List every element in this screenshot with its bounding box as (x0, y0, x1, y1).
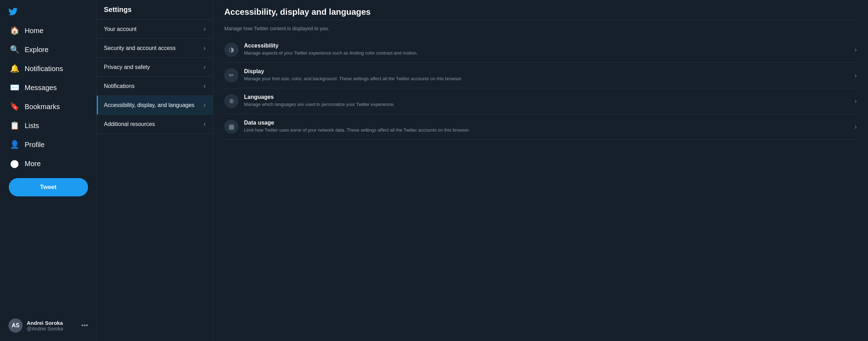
settings-item-security-account-access[interactable]: Security and account access › (97, 39, 213, 58)
sidebar-item-messages[interactable]: ✉️ Messages (4, 79, 92, 96)
settings-panel: Settings Your account › Security and acc… (97, 0, 213, 341)
explore-icon: 🔍 (10, 45, 19, 54)
content-item-languages[interactable]: ⊕ Languages Manage which languages are u… (224, 88, 857, 114)
sidebar-item-label: Profile (25, 141, 45, 149)
languages-icon: ⊕ (224, 94, 238, 108)
more-options-icon: ••• (81, 322, 88, 329)
content-item-desc: Manage which languages are used to perso… (244, 101, 849, 108)
settings-items-container: Your account › Security and account acce… (97, 20, 213, 134)
content-subtitle: Manage how Twitter content is displayed … (224, 21, 857, 37)
settings-header: Settings (97, 0, 213, 20)
sidebar-item-label: Lists (25, 122, 39, 130)
notifications-icon: 🔔 (10, 64, 19, 73)
profile-icon: 👤 (10, 140, 19, 149)
content-item-chevron-icon: › (855, 46, 857, 53)
display-icon: ✏ (224, 68, 238, 82)
user-info: Andrei Soroka @Andrei Soroka (27, 320, 77, 331)
messages-icon: ✉️ (10, 83, 19, 92)
sidebar-item-label: Explore (25, 46, 49, 54)
sidebar: 🏠 Home 🔍 Explore 🔔 Notifications ✉️ Mess… (0, 0, 97, 341)
sidebar-item-profile[interactable]: 👤 Profile (4, 136, 92, 153)
sidebar-item-explore[interactable]: 🔍 Explore (4, 41, 92, 58)
nav-items-container: 🏠 Home 🔍 Explore 🔔 Notifications ✉️ Mess… (4, 22, 92, 174)
content-item-title: Data usage (244, 120, 849, 126)
settings-item-label: Notifications (104, 83, 135, 89)
sidebar-item-label: Notifications (25, 65, 63, 73)
chevron-right-icon: › (204, 44, 206, 52)
more-icon: ⬤ (10, 159, 19, 168)
content-item-text: Accessibility Manage aspects of your Twi… (244, 43, 849, 56)
settings-item-label: Security and account access (104, 45, 176, 51)
content-item-desc: Manage your font size, color, and backgr… (244, 76, 849, 82)
settings-item-label: Additional resources (104, 121, 155, 127)
content-item-text: Languages Manage which languages are use… (244, 94, 849, 108)
content-item-text: Data usage Limit how Twitter uses some o… (244, 120, 849, 133)
sidebar-item-label: Messages (25, 84, 57, 92)
sidebar-item-label: Home (25, 27, 43, 35)
home-icon: 🏠 (10, 26, 19, 35)
settings-item-label: Privacy and safety (104, 64, 150, 70)
content-title: Accessibility, display and languages (224, 0, 857, 20)
settings-item-additional-resources[interactable]: Additional resources › (97, 115, 213, 134)
twitter-logo[interactable] (4, 3, 22, 20)
content-item-title: Accessibility (244, 43, 849, 49)
settings-item-privacy-safety[interactable]: Privacy and safety › (97, 58, 213, 77)
content-item-display[interactable]: ✏ Display Manage your font size, color, … (224, 63, 857, 88)
chevron-right-icon: › (204, 101, 206, 109)
chevron-right-icon: › (204, 120, 206, 128)
settings-item-accessibility-display-languages[interactable]: Accessibility, display, and languages › (97, 96, 213, 115)
content-item-data-usage[interactable]: ▦ Data usage Limit how Twitter uses some… (224, 114, 857, 140)
content-item-accessibility[interactable]: ◑ Accessibility Manage aspects of your T… (224, 37, 857, 63)
lists-icon: 📋 (10, 121, 19, 130)
content-item-chevron-icon: › (855, 123, 857, 131)
settings-item-label: Your account (104, 26, 137, 32)
content-item-text: Display Manage your font size, color, an… (244, 68, 849, 82)
chevron-right-icon: › (204, 63, 206, 71)
sidebar-item-home[interactable]: 🏠 Home (4, 22, 92, 39)
sidebar-item-label: More (25, 160, 41, 168)
user-name: Andrei Soroka (27, 320, 77, 326)
content-item-chevron-icon: › (855, 72, 857, 79)
sidebar-item-notifications[interactable]: 🔔 Notifications (4, 60, 92, 77)
user-handle: @Andrei Soroka (27, 326, 77, 331)
sidebar-item-lists[interactable]: 📋 Lists (4, 117, 92, 134)
chevron-right-icon: › (204, 82, 206, 90)
content-item-chevron-icon: › (855, 97, 857, 105)
bookmarks-icon: 🔖 (10, 102, 19, 111)
content-item-title: Languages (244, 94, 849, 100)
content-item-desc: Manage aspects of your Twitter experienc… (244, 50, 849, 56)
chevron-right-icon: › (204, 25, 206, 33)
settings-item-your-account[interactable]: Your account › (97, 20, 213, 39)
content-items-container: ◑ Accessibility Manage aspects of your T… (224, 37, 857, 140)
data-usage-icon: ▦ (224, 120, 238, 134)
sidebar-item-more[interactable]: ⬤ More (4, 155, 92, 172)
settings-item-notifications-settings[interactable]: Notifications › (97, 77, 213, 96)
sidebar-item-bookmarks[interactable]: 🔖 Bookmarks (4, 98, 92, 115)
accessibility-icon: ◑ (224, 43, 238, 57)
content-panel: Accessibility, display and languages Man… (213, 0, 868, 341)
content-item-desc: Limit how Twitter uses some of your netw… (244, 127, 849, 133)
avatar: AS (8, 318, 23, 333)
sidebar-item-label: Bookmarks (25, 103, 60, 111)
user-profile-bar[interactable]: AS Andrei Soroka @Andrei Soroka ••• (3, 316, 94, 335)
tweet-button[interactable]: Tweet (9, 178, 88, 196)
settings-item-label: Accessibility, display, and languages (104, 102, 194, 108)
content-item-title: Display (244, 68, 849, 75)
